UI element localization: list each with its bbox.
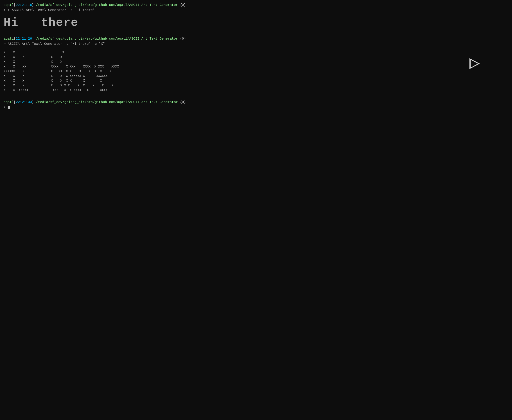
- terminal-block-1: aqatl [ 22:21:15 ] /media/sf_dev/golang_…: [4, 3, 508, 13]
- exit-code-1: {0}: [178, 3, 186, 8]
- command-line-2: > ASCII\ Art\ Text\ Generator -t "Hi the…: [4, 42, 508, 47]
- ascii-art-hi-there: Hi there: [4, 16, 508, 29]
- exit-code-2: {0}: [178, 37, 186, 42]
- path-3: /media/sf_dev/golang_dir/src/github.com/…: [34, 100, 178, 105]
- command-text-1: > ASCII\ Art\ Text\ Generator -t "Hi the…: [8, 8, 95, 12]
- prompt-line-3: aqatl [ 22:21:33 ] /media/sf_dev/golang_…: [4, 100, 508, 105]
- prompt-line-2: aqatl [ 22:21:26 ] /media/sf_dev/golang_…: [4, 37, 508, 42]
- exit-code-3: {0}: [178, 100, 186, 105]
- username-2: aqatl: [4, 37, 14, 42]
- bracket-open-1: [: [14, 3, 16, 8]
- bracket-close-1: ]: [32, 3, 34, 8]
- bracket-close-3: ]: [32, 100, 34, 105]
- terminal-block-2: aqatl [ 22:21:26 ] /media/sf_dev/golang_…: [4, 37, 508, 46]
- timestamp-3: 22:21:33: [16, 100, 32, 105]
- command-line-3[interactable]: >: [4, 105, 508, 110]
- timestamp-1: 22:21:15: [16, 3, 32, 8]
- cursor: [8, 106, 10, 109]
- prompt-symbol-3: >: [4, 105, 6, 109]
- path-2: /media/sf_dev/golang_dir/src/github.com/…: [34, 37, 178, 42]
- ascii-large-text: Hi there: [4, 16, 508, 29]
- play-button-container[interactable]: [468, 57, 481, 72]
- command-text-2: ASCII\ Art\ Text\ Generator -t "Hi there…: [8, 42, 105, 46]
- timestamp-2: 22:21:26: [16, 37, 32, 42]
- terminal-block-3: aqatl [ 22:21:33 ] /media/sf_dev/golang_…: [4, 100, 508, 110]
- bracket-open-2: [: [14, 37, 16, 42]
- play-icon[interactable]: [468, 57, 481, 70]
- ascii-x-art-text: X X X X X X X X X X X X X X XX XXXX X XX…: [4, 50, 508, 93]
- path-1: /media/sf_dev/golang_dir/src/github.com/…: [34, 3, 178, 8]
- prompt-line-1: aqatl [ 22:21:15 ] /media/sf_dev/golang_…: [4, 3, 508, 8]
- bracket-open-3: [: [14, 100, 16, 105]
- bracket-close-2: ]: [32, 37, 34, 42]
- username-3: aqatl: [4, 100, 14, 105]
- ascii-art-x-block: X X X X X X X X X X X X X X XX XXXX X XX…: [4, 50, 508, 93]
- username-1: aqatl: [4, 3, 14, 8]
- command-line-1: > > ASCII\ Art\ Text\ Generator -t "Hi t…: [4, 8, 508, 13]
